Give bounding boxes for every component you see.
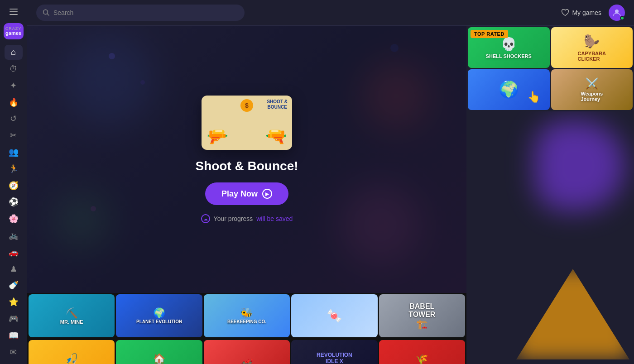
menu-toggle[interactable]	[5, 5, 23, 19]
search-input[interactable]	[53, 9, 238, 16]
progress-highlight: will be saved	[256, 215, 293, 222]
featured-hero: $ SHOOT &BOUNCE 🔫 🔫 Shoot & Bounce! Play…	[27, 26, 466, 293]
progress-notice: ☁ Your progress will be saved	[201, 214, 293, 223]
game-thumb-revolution-idle[interactable]: REVOLUTIONIDLE X DEMO	[291, 340, 377, 364]
online-indicator	[620, 16, 624, 20]
sidebar: crazy games ⌂ ⏱ ✦ 🔥 ↺ ✂ 👥 🏃 🧭 ⚽ 🌸 🚲 🚗 ♟ …	[0, 0, 27, 364]
shoot-bounce-title: SHOOT &BOUNCE	[267, 99, 288, 110]
header: My games	[27, 0, 634, 26]
header-right: My games	[561, 5, 625, 21]
game-thumb-beekeeping[interactable]: 🐝 BEEKEEPING CO.	[204, 294, 290, 337]
search-bar[interactable]	[36, 5, 245, 21]
game-thumb-mr-mine[interactable]: ⛏️ MR. MINE	[29, 294, 115, 337]
play-button-label: Play Now	[221, 189, 258, 199]
sidebar-item-originals[interactable]: ✂	[5, 128, 23, 143]
my-games-button[interactable]: My games	[561, 9, 601, 17]
sidebar-item-girls[interactable]: 🌸	[5, 211, 23, 226]
svg-point-2	[615, 10, 619, 13]
game-thumb-candy[interactable]: 🍬	[291, 294, 377, 337]
logo[interactable]: crazy games	[4, 23, 24, 39]
featured-game-title: Shoot & Bounce!	[195, 159, 298, 173]
yellow-triangle-blob	[516, 269, 629, 359]
sidebar-item-new[interactable]: ✦	[5, 78, 23, 93]
sidebar-item-christmas[interactable]: ⭐	[5, 295, 23, 310]
top-rated-badge: TOP RATED	[471, 30, 508, 38]
logo-line2: games	[5, 31, 21, 36]
featured-games-grid: TOP RATED 💀 SHELL SHOCKERS 🦫 CAPYBARACLI…	[466, 26, 634, 111]
heart-icon	[561, 9, 569, 17]
game-grid-row1: ⛏️ MR. MINE 🌍 PLANET EVOLUTION 🐝 BEEKEEP…	[27, 293, 466, 339]
sidebar-item-baby[interactable]: 🍼	[5, 278, 23, 293]
game-thumb-planet-evolution[interactable]: 🌍 PLANET EVOLUTION	[116, 294, 202, 337]
right-panel-decoration	[466, 111, 634, 364]
sidebar-item-recent[interactable]: ⏱	[5, 62, 23, 77]
featured-game-thumbnail[interactable]: $ SHOOT &BOUNCE 🔫 🔫	[202, 96, 292, 150]
purple-blob	[534, 120, 625, 211]
sidebar-item-hot[interactable]: 🔥	[5, 95, 23, 110]
right-panel: TOP RATED 💀 SHELL SHOCKERS 🦫 CAPYBARACLI…	[466, 26, 634, 364]
sidebar-item-multiplayer[interactable]: 👥	[5, 145, 23, 160]
sidebar-item-sports[interactable]: ⚽	[5, 195, 23, 210]
coin-icon: $	[240, 99, 253, 112]
main-content: My games	[27, 0, 634, 364]
game-thumb-babel-tower[interactable]: BABELTOWER 🏗️	[379, 294, 465, 337]
game-grid-row2: 🎣 TINY FISHING 🏠 Idle House Build 🏎️ SMA…	[27, 339, 466, 364]
game-thumb-idle-farming[interactable]: 🌾 IDLE FARMING	[379, 340, 465, 364]
sidebar-item-updated[interactable]: ↺	[5, 111, 23, 126]
game-thumb-tiny-fishing[interactable]: 🎣 TINY FISHING	[29, 340, 115, 364]
cloud-save-icon: ☁	[201, 214, 210, 223]
play-now-button[interactable]: Play Now ▶	[205, 182, 288, 205]
game-thumb-idle-house[interactable]: 🏠 Idle House Build	[116, 340, 202, 364]
right-game-weapons[interactable]: ⚔️ WeaponsJourney	[551, 69, 633, 110]
gun-left-icon: 🔫	[207, 126, 228, 146]
sidebar-item-driving[interactable]: 🎮	[5, 311, 23, 326]
sidebar-item-stickman[interactable]: 🏃	[5, 161, 23, 176]
right-game-shell-shockers[interactable]: TOP RATED 💀 SHELL SHOCKERS	[468, 27, 550, 68]
search-icon	[43, 9, 50, 16]
right-game-capybara[interactable]: 🦫 CAPYBARACLICKER	[551, 27, 633, 68]
progress-text: Your progress	[214, 215, 253, 222]
user-avatar[interactable]	[609, 5, 625, 21]
sidebar-item-home[interactable]: ⌂	[5, 45, 23, 60]
sidebar-item-mail[interactable]: ✉	[5, 345, 23, 359]
sidebar-item-bike[interactable]: 🚲	[5, 228, 23, 243]
sidebar-item-book[interactable]: 📖	[5, 328, 23, 343]
my-games-label: My games	[572, 9, 601, 16]
left-panel: $ SHOOT &BOUNCE 🔫 🔫 Shoot & Bounce! Play…	[27, 26, 466, 364]
game-thumb-smash-karts[interactable]: 🏎️ SMASH KARTS	[204, 340, 290, 364]
sidebar-item-car[interactable]: 🚗	[5, 244, 23, 259]
svg-line-1	[48, 14, 49, 16]
sidebar-item-board[interactable]: ♟	[5, 261, 23, 276]
content-area: $ SHOOT &BOUNCE 🔫 🔫 Shoot & Bounce! Play…	[27, 26, 634, 364]
gun-right-icon: 🔫	[265, 126, 287, 146]
play-circle-icon: ▶	[262, 189, 272, 199]
right-game-geo[interactable]: 🌍 👆	[468, 69, 550, 110]
sidebar-item-explore[interactable]: 🧭	[5, 178, 23, 193]
